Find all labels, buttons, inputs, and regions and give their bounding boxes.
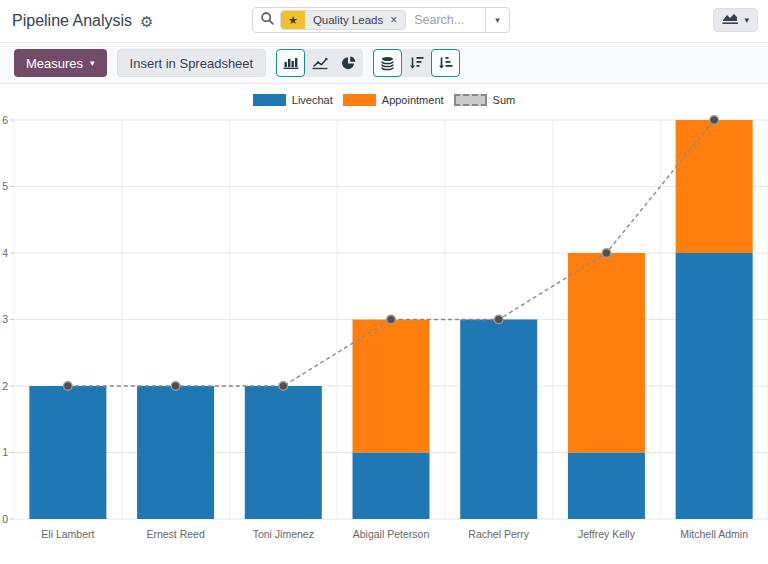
- search-dropdown-caret-icon[interactable]: ▾: [485, 8, 509, 32]
- legend-swatch-appointment: [343, 94, 376, 106]
- chart-legend: Livechat Appointment Sum: [0, 90, 768, 110]
- remove-facet-icon[interactable]: ×: [390, 13, 397, 27]
- chart-type-group: [276, 49, 363, 77]
- search-input[interactable]: [414, 13, 485, 27]
- bar-segment-appointment[interactable]: [353, 320, 430, 453]
- bar-segment-livechat[interactable]: [137, 386, 214, 519]
- search-bar[interactable]: ★ Quality Leads × ▾: [252, 7, 510, 33]
- sort-descending-button[interactable]: [402, 49, 431, 77]
- sum-point[interactable]: [64, 382, 73, 391]
- favorite-star-icon: ★: [281, 11, 305, 29]
- sum-point[interactable]: [171, 382, 180, 391]
- header: Pipeline Analysis ⚙ ★ Quality Leads × ▾ …: [0, 0, 768, 42]
- y-tick-label: 4: [2, 247, 8, 259]
- bar-chart-button[interactable]: [276, 49, 305, 77]
- area-chart-icon: [722, 11, 739, 29]
- insert-in-spreadsheet-button[interactable]: Insert in Spreadsheet: [117, 49, 267, 77]
- bar-segment-livechat[interactable]: [568, 453, 645, 520]
- legend-label: Livechat: [292, 94, 333, 106]
- y-tick-label: 2: [2, 380, 8, 392]
- x-axis-label: Ernest Reed: [146, 528, 205, 540]
- stacked-icon: [380, 56, 395, 71]
- gear-icon[interactable]: ⚙: [140, 14, 153, 29]
- line-chart-icon: [312, 56, 328, 70]
- measures-button[interactable]: Measures ▾: [14, 49, 107, 77]
- y-tick-label: 3: [2, 313, 8, 325]
- legend-item-appointment[interactable]: Appointment: [343, 94, 444, 106]
- facet-label: Quality Leads ×: [305, 11, 405, 29]
- page-title: Pipeline Analysis: [12, 12, 132, 30]
- bar-segment-livechat[interactable]: [460, 320, 537, 520]
- sum-point[interactable]: [494, 315, 503, 324]
- sum-point[interactable]: [710, 116, 719, 125]
- bar-segment-appointment[interactable]: [676, 120, 753, 253]
- x-axis-label: Abigail Peterson: [353, 528, 430, 540]
- x-axis-label: Eli Lambert: [41, 528, 94, 540]
- sum-point[interactable]: [602, 249, 611, 258]
- bar-segment-appointment[interactable]: [568, 253, 645, 453]
- sort-ascending-icon: [438, 56, 453, 70]
- legend-item-livechat[interactable]: Livechat: [253, 94, 333, 106]
- sort-ascending-button[interactable]: [431, 49, 460, 77]
- bar-segment-livechat[interactable]: [353, 453, 430, 520]
- sum-point[interactable]: [387, 315, 396, 324]
- x-axis-label: Toni Jimenez: [253, 528, 314, 540]
- legend-item-sum[interactable]: Sum: [454, 94, 516, 106]
- sort-descending-icon: [409, 56, 424, 70]
- bar-segment-livechat[interactable]: [245, 386, 322, 519]
- legend-label: Sum: [493, 94, 516, 106]
- graph-toolbar: Measures ▾ Insert in Spreadsheet: [0, 42, 768, 84]
- x-axis-label: Jeffrey Kelly: [578, 528, 636, 540]
- bar-chart-icon: [283, 56, 299, 70]
- search-icon: [261, 11, 274, 29]
- legend-label: Appointment: [382, 94, 444, 106]
- x-axis-label: Mitchell Admin: [680, 528, 748, 540]
- legend-swatch-sum: [454, 94, 487, 106]
- y-tick-label: 5: [2, 180, 8, 192]
- y-tick-label: 6: [2, 114, 8, 126]
- line-chart-button[interactable]: [305, 49, 334, 77]
- x-axis-label: Rachel Perry: [468, 528, 529, 540]
- pie-chart-icon: [341, 56, 356, 71]
- graph-options-group: [373, 49, 460, 77]
- bar-segment-livechat[interactable]: [676, 253, 753, 519]
- chevron-down-icon: ▾: [744, 15, 749, 25]
- search-facet: ★ Quality Leads ×: [280, 10, 406, 30]
- sum-point[interactable]: [279, 382, 288, 391]
- y-tick-label: 1: [2, 446, 8, 458]
- graph-view: Livechat Appointment Sum 0123456Eli Lamb…: [0, 90, 768, 548]
- stacked-bar-chart: 0123456Eli LambertErnest ReedToni Jimene…: [0, 110, 768, 548]
- pie-chart-button[interactable]: [334, 49, 363, 77]
- view-switcher-button[interactable]: ▾: [713, 8, 758, 32]
- chevron-down-icon: ▾: [90, 58, 95, 68]
- legend-swatch-livechat: [253, 94, 286, 106]
- stacked-button[interactable]: [373, 49, 402, 77]
- bar-segment-livechat[interactable]: [29, 386, 106, 519]
- y-tick-label: 0: [2, 513, 8, 525]
